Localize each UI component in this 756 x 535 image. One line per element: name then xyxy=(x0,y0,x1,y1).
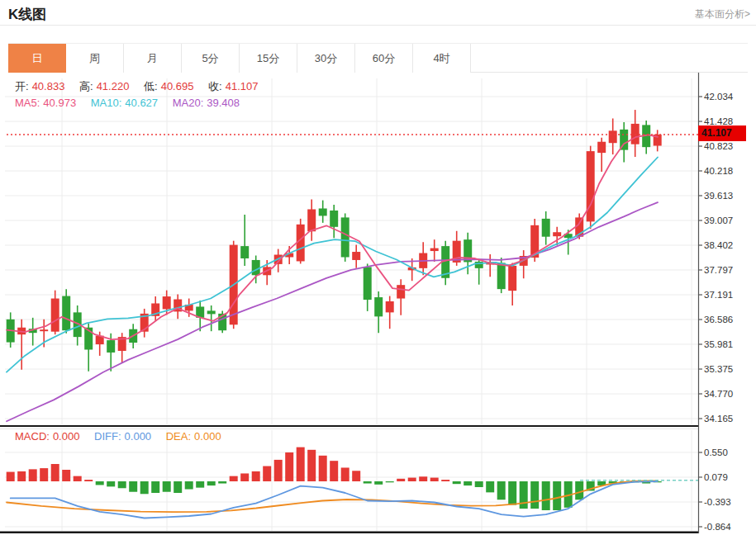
macd-label: MACD: xyxy=(15,430,50,443)
candle-body xyxy=(107,340,115,353)
candle-body xyxy=(252,260,260,275)
axis-tick-label: 39.613 xyxy=(704,191,733,201)
macd-bar xyxy=(575,481,583,499)
macd-bar xyxy=(330,461,338,481)
candle-body xyxy=(609,130,617,143)
axis-tick-label: 36.586 xyxy=(704,315,733,324)
candle-body xyxy=(508,266,516,291)
macd-bar xyxy=(51,464,59,481)
close-value: 41.107 xyxy=(226,80,259,92)
tab-4时[interactable]: 4时 xyxy=(413,44,471,73)
dea-label: DEA: xyxy=(166,430,191,443)
ma-readout: MA5:40.973 MA10:40.627 MA20:39.408 xyxy=(15,97,243,109)
axis-tick-label: 37.191 xyxy=(704,290,733,300)
ma5-value: 40.973 xyxy=(43,97,76,109)
axis-tick-label: -0.393 xyxy=(704,497,731,507)
macd-bar xyxy=(441,480,449,481)
macd-bar xyxy=(40,468,48,481)
ma5-label: MA5: xyxy=(15,97,40,109)
candle-body xyxy=(319,209,327,216)
close-label: 收: xyxy=(208,80,222,92)
high-label: 高: xyxy=(79,80,93,92)
candle-body xyxy=(430,249,439,251)
candle-body xyxy=(62,296,70,331)
ma20-label: MA20: xyxy=(173,97,204,109)
tab-5分[interactable]: 5分 xyxy=(182,44,240,73)
macd-bar xyxy=(151,481,159,493)
axis-tick-label: 0.550 xyxy=(704,447,728,457)
macd-value: 0.000 xyxy=(53,430,80,443)
macd-bar xyxy=(29,469,37,481)
macd-bar xyxy=(129,481,137,492)
title-divider xyxy=(0,25,756,26)
macd-bar xyxy=(17,471,26,481)
kline-page: { "page": { "title": "K线图", "link": "基本面… xyxy=(0,0,756,535)
macd-bar xyxy=(453,481,461,484)
macd-bar xyxy=(475,481,483,487)
macd-bar xyxy=(174,481,182,493)
macd-bar xyxy=(419,476,427,481)
open-value: 40.833 xyxy=(32,80,65,92)
macd-bar xyxy=(240,473,249,481)
macd-bar xyxy=(542,481,550,510)
macd-bar xyxy=(62,470,70,481)
candle-body xyxy=(207,310,216,314)
macd-bar xyxy=(352,471,360,481)
ma10-label: MA10: xyxy=(91,97,122,109)
tab-月[interactable]: 月 xyxy=(124,44,182,73)
candle-body xyxy=(163,296,171,309)
candle-body xyxy=(364,267,372,300)
tab-30分[interactable]: 30分 xyxy=(297,44,355,73)
axis-tick-label: 35.981 xyxy=(704,339,733,349)
macd-bar xyxy=(230,476,238,481)
tab-60分[interactable]: 60分 xyxy=(355,44,413,73)
tab-周[interactable]: 周 xyxy=(66,44,124,73)
fundamental-analysis-link[interactable]: 基本面分析> xyxy=(695,7,750,21)
diff-label: DIFF: xyxy=(94,430,121,443)
macd-bar xyxy=(140,481,149,494)
macd-bar xyxy=(96,481,104,485)
macd-bar xyxy=(297,447,305,481)
macd-bar xyxy=(508,481,516,505)
ma20-value: 39.408 xyxy=(207,97,240,109)
axis-tick-label: 42.034 xyxy=(704,92,734,102)
axis-tick-label: -0.864 xyxy=(704,522,731,532)
low-label: 低: xyxy=(144,80,158,92)
period-tabbar: 日周月5分15分30分60分4时 xyxy=(8,43,748,73)
candle-body xyxy=(240,246,249,258)
macd-bar xyxy=(464,481,472,485)
macd-bar xyxy=(374,481,383,485)
axis-tick-label: 37.797 xyxy=(704,265,733,275)
macd-bar xyxy=(520,481,528,509)
macd-bar xyxy=(207,481,216,485)
low-value: 40.695 xyxy=(161,80,194,92)
dea-value: 0.000 xyxy=(194,430,221,443)
macd-bar xyxy=(364,481,372,484)
macd-bar xyxy=(553,481,561,510)
axis-tick-label: 39.007 xyxy=(704,215,733,225)
open-label: 开: xyxy=(15,80,29,92)
ma10-value: 40.627 xyxy=(125,97,158,109)
macd-bar xyxy=(274,460,283,481)
candle-body xyxy=(542,219,550,237)
macd-bar xyxy=(307,450,316,481)
candle-body xyxy=(374,297,383,316)
macd-bar xyxy=(530,481,539,509)
candle-body xyxy=(587,151,595,221)
candle-body xyxy=(497,263,506,289)
axis-tick-label: 35.375 xyxy=(704,364,733,374)
tab-日[interactable]: 日 xyxy=(8,44,66,73)
macd-bar xyxy=(218,481,226,484)
current-price-tag: 41.107 xyxy=(698,125,746,141)
axis-tick-label: 40.218 xyxy=(704,166,733,176)
tab-15分[interactable]: 15分 xyxy=(240,44,297,73)
candle-body xyxy=(307,209,316,231)
diff-value: 0.000 xyxy=(125,430,152,443)
macd-bar xyxy=(263,466,271,481)
candle-body xyxy=(341,217,349,257)
axis-tick-label: 38.402 xyxy=(704,240,733,250)
axis-tick-label: 40.823 xyxy=(704,141,733,151)
candle-body xyxy=(397,285,405,298)
macd-bar xyxy=(397,479,405,481)
macd-bar xyxy=(7,472,15,481)
